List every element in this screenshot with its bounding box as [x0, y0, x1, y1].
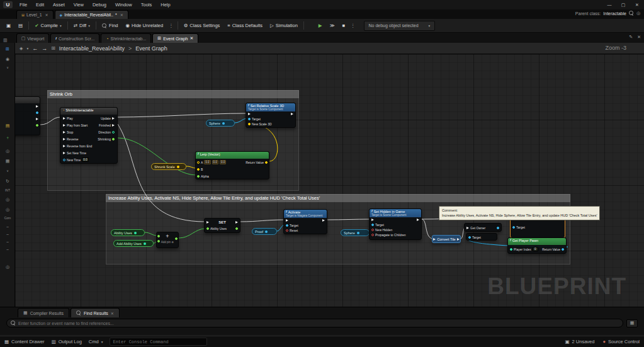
dock-icon[interactable]: ▥ [3, 38, 8, 43]
search-icon[interactable] [629, 11, 634, 16]
comment-header[interactable]: Increase Ability Uses, Activate NS, Hide… [106, 194, 570, 202]
node-get-owner[interactable]: Get Owner [464, 223, 502, 232]
frame-skip-button[interactable]: ≫ [326, 20, 339, 31]
output-pin[interactable] [357, 232, 359, 234]
output-pin[interactable] [175, 237, 178, 240]
panel-person-icon[interactable]: ◉ [0, 57, 15, 62]
ability-uses-pin[interactable] [206, 227, 209, 230]
node-activate[interactable]: fActivate Target is Niagara Component Ta… [283, 209, 327, 234]
a-z-value[interactable]: 0.0 [220, 160, 226, 164]
add-pin-button[interactable]: Add pin ⊕ [157, 241, 178, 244]
node-set-hidden-in-game[interactable]: fSet Hidden in Game Target is Scene Comp… [369, 208, 422, 240]
folder-icon[interactable]: ▤ [0, 123, 15, 128]
breadcrumb-current[interactable]: Event Graph [135, 45, 167, 52]
chevron-down-icon[interactable]: ∨ [0, 65, 15, 69]
target-pin[interactable] [468, 236, 471, 239]
panel-circle-icon[interactable]: ◎ [0, 197, 15, 202]
menu-file[interactable]: File [15, 0, 31, 9]
exec-in-pin[interactable] [63, 152, 65, 154]
panel-grid-icon[interactable]: ⊞ [0, 47, 15, 52]
tab-compiler-results[interactable]: ▦ Compiler Results [18, 308, 69, 317]
tab-construction-script[interactable]: f Construction Scr... [50, 33, 99, 43]
parent-class-link[interactable]: Interactable [603, 11, 626, 16]
exec-out-pin[interactable] [112, 124, 115, 127]
chevron-down-icon[interactable]: ▾ [26, 47, 28, 50]
a-x-value[interactable]: 0.0 [204, 160, 210, 164]
node-get-player-pawn[interactable]: fGet Player Pawn Player Index0 Return Va… [507, 237, 567, 254]
panel-item-com[interactable]: Com [0, 216, 15, 220]
panel-circle-icon[interactable]: ◎ [0, 149, 15, 154]
menu-view[interactable]: View [69, 0, 88, 9]
simulation-button[interactable]: ▷ Simulation [266, 20, 302, 31]
panel-item-int[interactable]: INT [0, 188, 15, 192]
find-in-blueprints-button[interactable]: ▦ [626, 319, 638, 327]
node-set-ability-uses[interactable]: SET Ability Uses [204, 218, 240, 233]
propagate-pin[interactable] [371, 234, 374, 236]
node-convert-tile[interactable]: Convert Tile [432, 235, 461, 243]
output-pin[interactable] [497, 227, 499, 229]
exec-out-pin[interactable] [457, 238, 460, 241]
node-lerp-vector[interactable]: fLerp (Vector) A0.00.00.0 Return Value B… [195, 151, 269, 179]
target-pin[interactable] [286, 224, 288, 227]
node-add[interactable]: + Add pin ⊕ [156, 232, 179, 248]
exec-out-pin[interactable] [36, 105, 38, 108]
node-timeline-shrinkinteractable[interactable]: ◔ShrinkInteractable Play Play from Start… [60, 107, 118, 164]
exec-in-pin[interactable] [286, 219, 288, 222]
player-index-pin[interactable] [510, 248, 512, 251]
close-tab-icon[interactable]: ✕ [111, 311, 114, 316]
tab-viewport[interactable]: ▢ Viewport [16, 33, 50, 43]
exec-in-pin[interactable] [248, 113, 251, 115]
output-pin[interactable] [134, 232, 137, 234]
node-get-sphere[interactable]: Sphere [206, 120, 235, 127]
new-hidden-pin[interactable] [371, 229, 374, 231]
menu-asset[interactable]: Asset [48, 0, 69, 9]
play-options-icon[interactable]: ⋮ [349, 23, 358, 28]
panel-item-tilde[interactable]: ~ [0, 232, 15, 237]
panel-circle-icon[interactable]: ◎ [0, 207, 15, 212]
input-pin[interactable] [157, 235, 160, 237]
data-pin[interactable] [36, 111, 38, 114]
exec-in-pin[interactable] [63, 145, 65, 147]
panel-item-tilde[interactable]: ~ [0, 247, 15, 252]
b-pin[interactable] [197, 168, 200, 171]
exec-in-pin[interactable] [63, 117, 65, 120]
close-tab-icon[interactable]: ✕ [120, 13, 123, 17]
node-clipped-left[interactable] [15, 96, 40, 135]
class-defaults-button[interactable]: ≡ Class Defaults [223, 20, 266, 31]
cmd-dropdown[interactable]: Cmd ▾ [89, 339, 103, 344]
breadcrumb-root[interactable]: Interactable_RevealAbility [59, 45, 125, 52]
minimize-button[interactable]: — [602, 0, 616, 9]
find-references-searchbox[interactable] [6, 319, 623, 327]
exec-in-pin[interactable] [63, 124, 65, 127]
exec-in-pin[interactable] [63, 131, 65, 134]
input-pin[interactable] [157, 240, 160, 242]
node-get-shrunk-scale[interactable]: Shrunk Scale [151, 163, 186, 170]
node-get-proof[interactable]: Proof [252, 228, 277, 235]
output-pin[interactable] [265, 230, 268, 233]
play-button[interactable]: ▶ [315, 20, 326, 31]
nav-forward-icon[interactable]: → [42, 45, 47, 52]
save-button[interactable]: ▣ [3, 20, 14, 31]
diff-button[interactable]: ⇄ Diff ▾ [70, 20, 94, 31]
panel-blocks-icon[interactable]: ▦ [0, 159, 15, 164]
graph-type-icon[interactable]: ◈ [20, 46, 23, 51]
tab-interactable-revealability[interactable]: ◈ Interactable_RevealAbil..* ✕ [55, 10, 128, 19]
close-tab-icon[interactable]: ✕ [189, 36, 193, 41]
nav-back-icon[interactable]: ← [32, 45, 38, 52]
output-pin[interactable] [235, 227, 238, 230]
tab-level-1[interactable]: ⊞ Level_1 ✕ [16, 10, 54, 19]
node-target[interactable]: Target [466, 233, 497, 241]
node-get-sphere[interactable]: Sphere [341, 229, 370, 236]
close-tab-icon[interactable]: ✕ [45, 13, 48, 17]
menu-debug[interactable]: Debug [88, 0, 111, 9]
close-button[interactable]: ✕ [630, 0, 644, 9]
reset-pin[interactable] [286, 229, 288, 232]
output-log-button[interactable]: ▥ Output Log [52, 339, 82, 344]
chevron-down-icon[interactable]: ▾ [60, 24, 62, 28]
exec-out-pin[interactable] [36, 118, 38, 120]
return-value-pin[interactable] [562, 248, 564, 251]
exec-out-pin[interactable] [235, 221, 238, 224]
debug-object-select[interactable]: No debug object selected ▾ [364, 21, 436, 31]
shrinking-pin[interactable] [112, 138, 115, 140]
chevron-down-icon[interactable]: ∨ [0, 169, 15, 173]
